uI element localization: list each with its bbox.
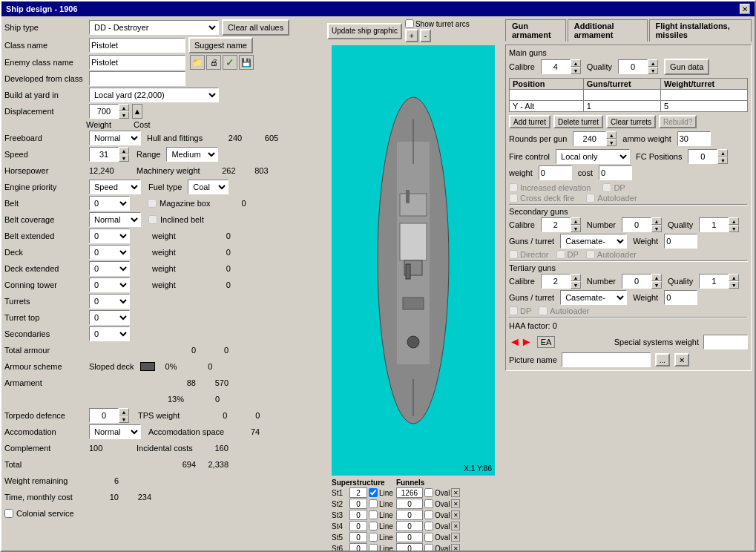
fn-oval-St1[interactable]: [424, 488, 433, 497]
displacement-down[interactable]: ▼: [119, 111, 129, 119]
quality-down[interactable]: ▼: [648, 67, 658, 74]
fn-close-St6[interactable]: ✕: [451, 544, 460, 551]
sec-number-input[interactable]: [622, 217, 651, 232]
range-select[interactable]: Medium: [166, 147, 218, 162]
ter-number-up[interactable]: ▲: [651, 274, 662, 281]
sec-number-up[interactable]: ▲: [651, 217, 662, 225]
speed-down[interactable]: ▼: [119, 154, 129, 162]
calibre-input[interactable]: [541, 59, 571, 74]
rounds-up[interactable]: ▲: [606, 131, 617, 139]
conning-select[interactable]: 0: [89, 277, 130, 292]
save-icon[interactable]: 💾: [239, 55, 254, 70]
sec-quality-input[interactable]: [699, 217, 729, 232]
speed-input[interactable]: [89, 147, 119, 162]
show-turret-checkbox[interactable]: [405, 19, 414, 28]
class-name-input[interactable]: [89, 38, 185, 53]
deck-select[interactable]: 0: [89, 245, 130, 260]
update-graphic-button[interactable]: Update ship graphic: [327, 23, 402, 39]
belt-select[interactable]: 0: [89, 196, 130, 211]
build-yard-select[interactable]: Local yard (22,000): [89, 88, 219, 102]
displacement-spinner[interactable]: ▲ ▼: [89, 104, 129, 119]
torpedo-up[interactable]: ▲: [119, 408, 129, 415]
fn-val-St4[interactable]: [396, 521, 423, 531]
special-systems-input[interactable]: [703, 335, 748, 349]
calibre-up[interactable]: ▲: [571, 59, 581, 67]
delete-turret-button[interactable]: Delete turret: [553, 115, 603, 128]
belt-coverage-select[interactable]: Normal: [89, 212, 141, 227]
ter-weight-input[interactable]: [664, 290, 697, 305]
close-button[interactable]: ✕: [740, 4, 750, 14]
sup-val-St6[interactable]: [349, 543, 367, 551]
sec-weight-input[interactable]: [664, 234, 697, 249]
sup-line-St5[interactable]: [369, 533, 378, 542]
turret-top-select[interactable]: 0: [89, 310, 130, 325]
displacement-extra-up[interactable]: ▲: [132, 104, 142, 119]
sup-line-St6[interactable]: [369, 544, 378, 551]
enemy-class-input[interactable]: [89, 55, 185, 70]
clear-all-button[interactable]: Clear all values: [222, 19, 289, 36]
clear-turrets-button[interactable]: Clear turrets: [606, 115, 656, 128]
ter-guns-turret-select[interactable]: Casemate-: [560, 290, 627, 305]
tab-gun-armament[interactable]: Gun armament: [505, 19, 566, 42]
fire-control-select[interactable]: Local only: [556, 149, 630, 164]
sec-guns-turret-select[interactable]: Casemate-: [560, 234, 627, 249]
ter-calibre-input[interactable]: [541, 274, 571, 289]
speed-up[interactable]: ▲: [119, 147, 129, 154]
sup-line-St4[interactable]: [369, 522, 378, 530]
fn-close-St5[interactable]: ✕: [451, 533, 460, 542]
ship-type-select[interactable]: DD - Destroyer: [89, 20, 219, 35]
rounds-down[interactable]: ▼: [606, 139, 617, 146]
calibre-down[interactable]: ▼: [571, 67, 581, 74]
sup-val-St1[interactable]: [349, 487, 367, 498]
fn-close-St1[interactable]: ✕: [451, 488, 460, 497]
fc-positions-input[interactable]: [688, 149, 717, 164]
ter-calibre-up[interactable]: ▲: [571, 274, 581, 281]
quality-input[interactable]: [618, 59, 648, 74]
torpedo-input[interactable]: [89, 408, 119, 423]
ter-number-down[interactable]: ▼: [651, 281, 662, 289]
ter-quality-down[interactable]: ▼: [729, 281, 739, 289]
fuel-type-select[interactable]: Coal: [188, 180, 229, 194]
ter-calibre-down[interactable]: ▼: [571, 281, 581, 289]
fn-close-St3[interactable]: ✕: [451, 510, 460, 519]
belt-ext-select[interactable]: 0: [89, 229, 130, 243]
fn-oval-St5[interactable]: [424, 533, 433, 542]
fn-oval-St2[interactable]: [424, 499, 433, 508]
ammo-weight-input[interactable]: [677, 131, 711, 146]
ter-number-input[interactable]: [622, 274, 651, 289]
displacement-up[interactable]: ▲: [119, 104, 129, 111]
gun-data-button[interactable]: Gun data: [664, 59, 709, 75]
sup-line-St1[interactable]: [369, 488, 378, 497]
sec-quality-down[interactable]: ▼: [729, 225, 739, 232]
add-turret-button[interactable]: Add turret: [509, 115, 550, 128]
cost-input[interactable]: [599, 165, 632, 180]
turret-arc-plus[interactable]: +: [405, 29, 418, 42]
displacement-input[interactable]: [89, 104, 119, 119]
sup-line-St3[interactable]: [369, 510, 378, 519]
fn-oval-St3[interactable]: [424, 510, 433, 519]
sec-calibre-down[interactable]: ▼: [571, 225, 581, 232]
checkmark-icon[interactable]: ✓: [223, 55, 237, 70]
fn-val-St5[interactable]: [396, 532, 423, 542]
secondaries-select[interactable]: 0: [89, 326, 130, 341]
sup-val-St3[interactable]: [349, 510, 367, 520]
sup-val-St2[interactable]: [349, 499, 367, 509]
ea-button[interactable]: EA: [537, 336, 556, 348]
tab-additional-armament[interactable]: Additional armament: [568, 19, 648, 42]
folder-icon[interactable]: 📁: [190, 55, 205, 70]
engine-priority-select[interactable]: Speed: [89, 180, 141, 194]
picture-browse-button[interactable]: ...: [655, 353, 670, 367]
fn-val-St3[interactable]: [396, 510, 423, 520]
fn-val-St2[interactable]: [396, 499, 423, 509]
quality-up[interactable]: ▲: [648, 59, 658, 67]
picture-close-button[interactable]: ✕: [674, 353, 689, 367]
table-row[interactable]: Y - Alt15: [510, 101, 748, 112]
print-icon[interactable]: 🖨: [206, 55, 221, 70]
suggest-name-button[interactable]: Suggest name: [188, 37, 253, 53]
sec-calibre-up[interactable]: ▲: [571, 217, 581, 225]
torpedo-down[interactable]: ▼: [119, 415, 129, 423]
rebuild-button[interactable]: Rebuild?: [659, 115, 697, 128]
sec-quality-up[interactable]: ▲: [729, 217, 739, 225]
red-arrow-icon[interactable]: ◄►: [509, 335, 533, 349]
sup-line-St2[interactable]: [369, 499, 378, 508]
